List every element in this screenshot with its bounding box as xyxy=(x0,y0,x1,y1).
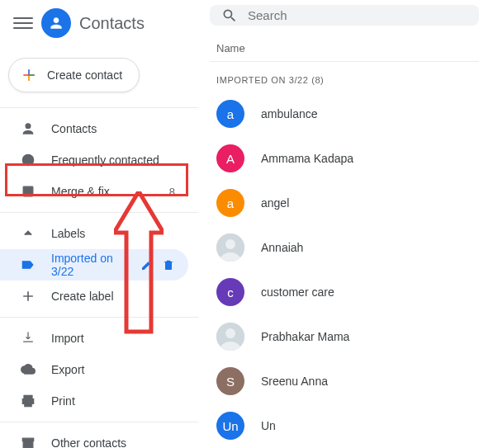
contact-row[interactable]: Annaiah xyxy=(210,225,479,270)
clock-icon xyxy=(20,152,36,168)
contact-name: Annaiah xyxy=(261,241,303,254)
contact-row[interactable]: ccustomer care xyxy=(210,270,479,314)
create-contact-button[interactable]: Create contact xyxy=(8,58,140,92)
contact-row[interactable]: aambulance xyxy=(210,92,479,136)
export-icon xyxy=(20,361,36,378)
sidebar-item-label: Merge & fix xyxy=(51,185,110,198)
contact-row[interactable]: UnUn xyxy=(210,403,479,448)
sidebar-item-label: Print xyxy=(51,394,75,408)
svg-rect-2 xyxy=(28,76,30,81)
svg-rect-10 xyxy=(23,441,33,448)
label-icon xyxy=(20,257,36,273)
contact-row[interactable]: aangel xyxy=(210,181,479,225)
contact-name: Un xyxy=(261,419,276,432)
column-header-name: Name xyxy=(210,26,479,62)
sidebar-item-label: Other contacts xyxy=(51,436,126,448)
sidebar-item-label: Import xyxy=(51,332,84,345)
create-contact-label: Create contact xyxy=(47,68,122,82)
avatar: c xyxy=(216,278,244,306)
sidebar-item-label: Frequently contacted xyxy=(51,153,159,167)
contacts-logo xyxy=(41,8,71,38)
contact-name: customer care xyxy=(261,285,334,299)
svg-point-12 xyxy=(225,239,235,249)
group-label: IMPORTED ON 3/22 (8) xyxy=(210,62,479,92)
menu-icon[interactable] xyxy=(13,13,33,33)
svg-point-3 xyxy=(26,124,31,129)
sidebar-import[interactable]: Import xyxy=(0,323,188,354)
archive-icon xyxy=(20,435,36,448)
sidebar-item-merge-fix[interactable]: Merge & fix 8 xyxy=(0,176,188,207)
contact-name: Sreenu Anna xyxy=(261,375,328,388)
person-icon xyxy=(20,120,36,137)
sidebar-item-frequent[interactable]: Frequently contacted xyxy=(0,144,188,176)
contact-name: Ammama Kadapa xyxy=(261,152,353,165)
svg-rect-8 xyxy=(25,403,31,407)
sidebar-item-label: Create label xyxy=(51,290,114,303)
svg-rect-1 xyxy=(30,74,35,76)
svg-rect-0 xyxy=(28,69,30,74)
avatar: Un xyxy=(216,412,244,440)
labels-header-label: Labels xyxy=(51,227,85,240)
merge-fix-icon xyxy=(20,183,36,200)
plus-icon xyxy=(21,67,37,83)
search-input[interactable] xyxy=(248,8,467,22)
sidebar-create-label[interactable]: Create label xyxy=(0,281,188,312)
sidebar-item-label: Imported on 3/22 xyxy=(51,252,126,278)
avatar: a xyxy=(216,100,244,128)
contact-name: Prabhakar Mama xyxy=(261,330,349,343)
sidebar-export[interactable]: Export xyxy=(0,354,188,385)
plus-icon xyxy=(20,288,36,304)
import-icon xyxy=(20,330,36,347)
avatar: S xyxy=(216,367,244,395)
trash-icon[interactable] xyxy=(162,258,175,271)
app-title: Contacts xyxy=(79,14,145,33)
sidebar-item-label: Export xyxy=(51,363,84,376)
avatar xyxy=(216,323,244,351)
sidebar-item-label: Contacts xyxy=(51,122,97,135)
svg-point-14 xyxy=(225,328,235,338)
sidebar-other-contacts[interactable]: Other contacts xyxy=(0,427,188,448)
contact-name: angel xyxy=(261,196,289,210)
merge-fix-badge: 8 xyxy=(169,186,175,198)
avatar xyxy=(216,233,244,262)
sidebar-label-imported[interactable]: Imported on 3/22 xyxy=(0,249,188,281)
sidebar-item-contacts[interactable]: Contacts xyxy=(0,113,188,144)
contact-row[interactable]: AAmmama Kadapa xyxy=(210,136,479,181)
search-bar[interactable] xyxy=(210,5,479,26)
contact-row[interactable]: Prabhakar Mama xyxy=(210,314,479,359)
edit-icon[interactable] xyxy=(140,258,154,271)
sidebar-print[interactable]: Print xyxy=(0,385,188,417)
chevron-up-icon xyxy=(20,225,36,242)
avatar: a xyxy=(216,189,244,217)
avatar: A xyxy=(216,144,244,172)
search-icon xyxy=(221,7,238,24)
contact-row[interactable]: SSreenu Anna xyxy=(210,359,479,403)
print-icon xyxy=(20,393,36,409)
sidebar-labels-header[interactable]: Labels xyxy=(0,218,188,249)
contact-name: ambulance xyxy=(261,107,318,120)
